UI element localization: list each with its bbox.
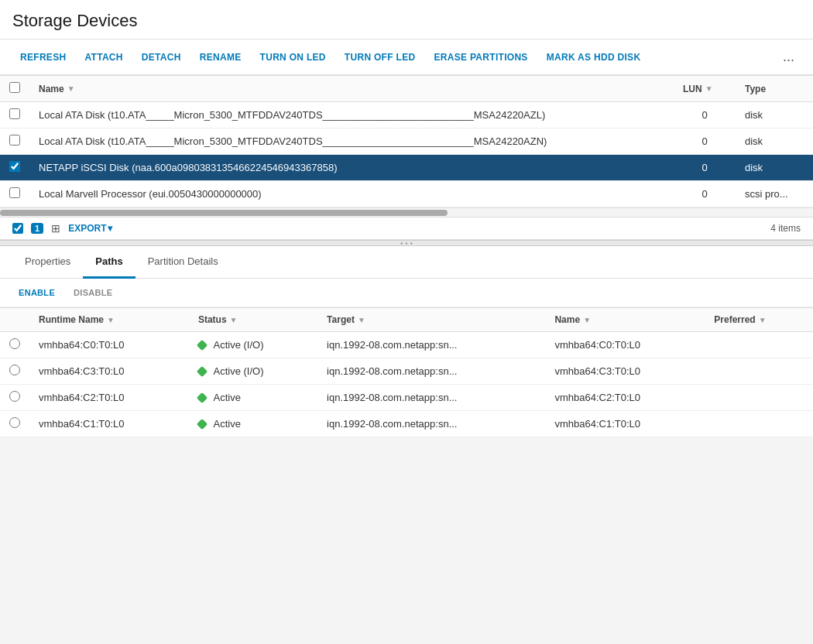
row-checkbox-cell bbox=[0, 181, 29, 207]
turn-on-led-button[interactable]: TURN ON LED bbox=[252, 47, 334, 67]
target-filter-icon[interactable]: ▼ bbox=[358, 316, 365, 324]
rename-button[interactable]: RENAME bbox=[192, 47, 249, 67]
paths-status: Active (I/O) bbox=[189, 358, 317, 385]
paths-radio-input[interactable] bbox=[9, 391, 20, 402]
scrollbar-thumb bbox=[0, 210, 448, 216]
paths-radio-input[interactable] bbox=[9, 365, 20, 375]
paths-target: iqn.1992-08.com.netapp:sn... bbox=[317, 411, 545, 437]
row-checkbox-cell bbox=[0, 155, 29, 181]
enable-button[interactable]: ENABLE bbox=[12, 285, 61, 300]
paths-radio-input[interactable] bbox=[9, 417, 20, 428]
row-name: Local Marvell Processor (eui.00504300000… bbox=[29, 181, 674, 207]
paths-header-row: Runtime Name ▼ Status ▼ Target ▼ bbox=[0, 308, 813, 332]
row-name: NETAPP iSCSI Disk (naa.600a0980383135466… bbox=[29, 155, 674, 181]
row-checkbox[interactable] bbox=[9, 135, 20, 146]
preferred-header[interactable]: Preferred ▼ bbox=[705, 308, 813, 332]
paths-status: Active (I/O) bbox=[189, 332, 317, 358]
status-header[interactable]: Status ▼ bbox=[189, 308, 317, 332]
runtime-name-header[interactable]: Runtime Name ▼ bbox=[29, 308, 189, 332]
table-row: NETAPP iSCSI Disk (naa.600a0980383135466… bbox=[0, 155, 813, 181]
refresh-button[interactable]: REFRESH bbox=[12, 47, 74, 67]
disable-button[interactable]: DISABLE bbox=[67, 285, 118, 300]
paths-table-container: Runtime Name ▼ Status ▼ Target ▼ bbox=[0, 307, 813, 437]
row-checkbox[interactable] bbox=[9, 108, 20, 119]
paths-status: Active bbox=[189, 411, 317, 437]
export-button[interactable]: EXPORT ▾ bbox=[68, 223, 112, 234]
table-row: Local ATA Disk (t10.ATA_____Micron_5300_… bbox=[0, 102, 813, 128]
paths-name: vmhba64:C1:T0:L0 bbox=[545, 411, 705, 437]
preferred-filter-icon[interactable]: ▼ bbox=[759, 316, 767, 324]
items-count: 4 items bbox=[770, 223, 801, 234]
name-column-header[interactable]: Name ▼ bbox=[29, 76, 674, 102]
main-toolbar: REFRESH ATTACH DETACH RENAME TURN ON LED… bbox=[0, 39, 813, 75]
paths-table-row: vmhba64:C1:T0:L0 Active iqn.1992-08.com.… bbox=[0, 411, 813, 437]
row-type: scsi pro... bbox=[736, 181, 813, 207]
tab-partition-details[interactable]: Partition Details bbox=[136, 246, 231, 279]
row-checkbox[interactable] bbox=[9, 161, 20, 172]
selected-count-badge: 1 bbox=[31, 223, 43, 234]
paths-table-row: vmhba64:C2:T0:L0 Active iqn.1992-08.com.… bbox=[0, 385, 813, 411]
paths-name: vmhba64:C3:T0:L0 bbox=[545, 358, 705, 385]
paths-target: iqn.1992-08.com.netapp:sn... bbox=[317, 385, 545, 411]
row-checkbox[interactable] bbox=[9, 187, 20, 198]
horizontal-scrollbar[interactable] bbox=[0, 208, 813, 218]
paths-table: Runtime Name ▼ Status ▼ Target ▼ bbox=[0, 307, 813, 437]
paths-radio-col bbox=[0, 308, 29, 332]
paths-runtime-name: vmhba64:C2:T0:L0 bbox=[29, 385, 189, 411]
status-indicator bbox=[197, 419, 208, 430]
paths-name: vmhba64:C0:T0:L0 bbox=[545, 332, 705, 358]
table-bottom-bar: 1 ⊞ EXPORT ▾ 4 items bbox=[0, 218, 813, 240]
mark-as-hdd-disk-button[interactable]: MARK AS HDD DISK bbox=[539, 47, 649, 67]
name-filter-icon[interactable]: ▼ bbox=[67, 84, 75, 93]
columns-selector-button[interactable]: ⊞ bbox=[51, 222, 60, 235]
row-checkbox-cell bbox=[0, 102, 29, 128]
lower-panel-tabs: Properties Paths Partition Details bbox=[0, 246, 813, 279]
paths-radio-cell bbox=[0, 411, 29, 437]
tab-properties[interactable]: Properties bbox=[12, 246, 83, 279]
storage-devices-table-container: Name ▼ LUN ▼ Type Local ATA Disk bbox=[0, 75, 813, 208]
paths-radio-cell bbox=[0, 385, 29, 411]
paths-table-row: vmhba64:C3:T0:L0 Active (I/O) iqn.1992-0… bbox=[0, 358, 813, 385]
name-filter-icon-paths[interactable]: ▼ bbox=[583, 316, 591, 324]
selected-indicator-checkbox[interactable] bbox=[12, 223, 23, 234]
lun-column-header[interactable]: LUN ▼ bbox=[674, 76, 736, 102]
more-options-button[interactable]: ... bbox=[777, 46, 801, 68]
paths-runtime-name: vmhba64:C1:T0:L0 bbox=[29, 411, 189, 437]
resize-handle[interactable]: • • • bbox=[0, 240, 813, 246]
storage-devices-table: Name ▼ LUN ▼ Type Local ATA Disk bbox=[0, 75, 813, 207]
row-type: disk bbox=[736, 102, 813, 128]
paths-preferred bbox=[705, 411, 813, 437]
row-type: disk bbox=[736, 155, 813, 181]
tab-paths[interactable]: Paths bbox=[83, 246, 135, 279]
row-name: Local ATA Disk (t10.ATA_____Micron_5300_… bbox=[29, 128, 674, 155]
resize-indicator: • • • bbox=[400, 239, 413, 248]
target-header[interactable]: Target ▼ bbox=[317, 308, 545, 332]
table-row: Local ATA Disk (t10.ATA_____Micron_5300_… bbox=[0, 128, 813, 155]
select-all-checkbox[interactable] bbox=[9, 82, 20, 93]
erase-partitions-button[interactable]: ERASE PARTITIONS bbox=[426, 47, 535, 67]
status-indicator bbox=[197, 366, 208, 377]
attach-button[interactable]: ATTACH bbox=[77, 47, 130, 67]
table-row: Local Marvell Processor (eui.00504300000… bbox=[0, 181, 813, 207]
select-all-column bbox=[0, 76, 29, 102]
row-checkbox-cell bbox=[0, 128, 29, 155]
name-header[interactable]: Name ▼ bbox=[545, 308, 705, 332]
page-title: Storage Devices bbox=[0, 0, 813, 39]
paths-target: iqn.1992-08.com.netapp:sn... bbox=[317, 358, 545, 385]
row-name: Local ATA Disk (t10.ATA_____Micron_5300_… bbox=[29, 102, 674, 128]
runtime-name-filter-icon[interactable]: ▼ bbox=[107, 316, 115, 324]
paths-table-row: vmhba64:C0:T0:L0 Active (I/O) iqn.1992-0… bbox=[0, 332, 813, 358]
paths-radio-input[interactable] bbox=[9, 338, 20, 349]
lower-panel: Properties Paths Partition Details ENABL… bbox=[0, 246, 813, 437]
row-lun: 0 bbox=[674, 128, 736, 155]
paths-target: iqn.1992-08.com.netapp:sn... bbox=[317, 332, 545, 358]
status-filter-icon[interactable]: ▼ bbox=[230, 316, 238, 324]
status-indicator bbox=[197, 392, 208, 403]
paths-preferred bbox=[705, 385, 813, 411]
status-indicator bbox=[197, 340, 208, 351]
detach-button[interactable]: DETACH bbox=[134, 47, 189, 67]
paths-name: vmhba64:C2:T0:L0 bbox=[545, 385, 705, 411]
turn-off-led-button[interactable]: TURN OFF LED bbox=[337, 47, 424, 67]
lun-filter-icon[interactable]: ▼ bbox=[705, 84, 713, 93]
paths-panel-toolbar: ENABLE DISABLE bbox=[0, 279, 813, 307]
